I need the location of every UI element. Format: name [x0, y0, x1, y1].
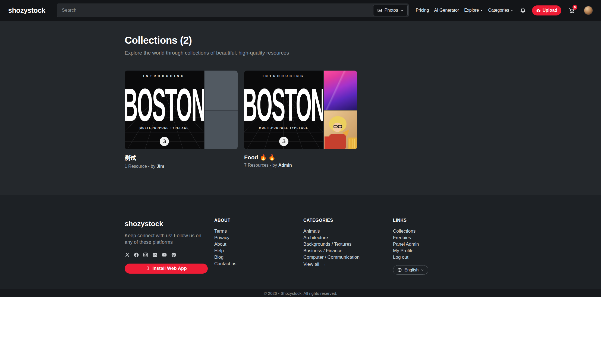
main-nav: Pricing AI Generator Explore Categories …: [416, 5, 593, 15]
footer-link-log-out[interactable]: Log out: [393, 255, 408, 260]
collection-title[interactable]: Food 🔥 🔥: [244, 154, 275, 161]
poster-word: BOSTON: [125, 82, 204, 128]
chevron-down-icon: [480, 9, 483, 12]
collection-card: INTRODUCING BOSTON MULTI-PURPOSE TYPEFAC…: [125, 71, 238, 169]
space-photo-tile: [324, 71, 357, 110]
cloud-upload-icon: [536, 8, 541, 13]
upload-label: Upload: [543, 8, 557, 13]
notifications-bell-icon[interactable]: [520, 8, 526, 13]
footer-link-contact[interactable]: Contact us: [214, 261, 236, 266]
poster-image-boston: INTRODUCING BOSTON MULTI-PURPOSE TYPEFAC…: [244, 71, 323, 149]
about-heading: ABOUT: [214, 218, 303, 223]
photo-icon: [377, 8, 382, 13]
nav-ai-generator[interactable]: AI Generator: [434, 8, 459, 13]
top-navbar: shozystock Photos Pricing AI Generator E…: [0, 0, 601, 21]
language-selector[interactable]: English: [393, 265, 428, 275]
user-avatar[interactable]: [584, 6, 593, 15]
footer-link-help[interactable]: Help: [214, 248, 224, 253]
footer-link-privacy[interactable]: Privacy: [214, 235, 229, 240]
upload-button[interactable]: Upload: [532, 5, 561, 15]
pinterest-icon[interactable]: [171, 252, 177, 258]
nav-ai-label: AI Generator: [434, 8, 459, 13]
placeholder-tile: [204, 71, 238, 110]
footer-link-animals[interactable]: Animals: [303, 229, 320, 234]
footer-link-terms[interactable]: Terms: [214, 229, 227, 234]
poster-image-boston: INTRODUCING BOSTON MULTI-PURPOSE TYPEFAC…: [125, 71, 204, 149]
placeholder-tile: [204, 110, 238, 150]
collections-grid: INTRODUCING BOSTON MULTI-PURPOSE TYPEFAC…: [125, 71, 476, 169]
footer-link-blog[interactable]: Blog: [214, 255, 224, 260]
x-twitter-icon[interactable]: [125, 252, 130, 257]
view-all-link[interactable]: View all →: [303, 262, 326, 267]
mobile-phone-icon: [146, 266, 150, 271]
cart-badge: 5: [572, 5, 577, 10]
poster-tagline: MULTI-PURPOSE TYPEFACE: [125, 126, 204, 129]
language-label: English: [404, 268, 419, 273]
main-content: Collections (2) Explore the world throug…: [0, 21, 601, 195]
collection-meta-text: 1 Resource - by: [125, 164, 155, 169]
facebook-icon[interactable]: [134, 252, 139, 258]
footer-link-backgrounds[interactable]: Backgrounds / Textures: [303, 242, 351, 247]
footer-link-business[interactable]: Business / Finance: [303, 248, 342, 253]
footer-link-my-profile[interactable]: My Profile: [393, 248, 414, 253]
chevron-down-icon: [421, 268, 424, 271]
chevron-down-icon: [511, 9, 513, 12]
collection-card-media[interactable]: INTRODUCING BOSTON MULTI-PURPOSE TYPEFAC…: [244, 71, 357, 149]
foundry-logo-icon: [279, 137, 288, 146]
media-type-label: Photos: [385, 8, 398, 13]
search-bar: Photos: [57, 4, 409, 17]
footer-link-freebies[interactable]: Freebies: [393, 235, 411, 240]
instagram-icon[interactable]: [143, 252, 148, 258]
nav-categories[interactable]: Categories: [488, 8, 513, 13]
page-subtitle: Explore the world through collections of…: [125, 50, 476, 56]
linkedin-icon[interactable]: [152, 252, 158, 258]
collection-meta: 1 Resource - byJim: [125, 164, 238, 169]
globe-icon: [397, 268, 402, 272]
nav-categories-label: Categories: [488, 8, 509, 13]
site-logo[interactable]: shozystock: [8, 6, 45, 15]
card-side-tiles: [204, 71, 238, 149]
footer-tagline: Keep connect with us! Follow us on any o…: [125, 232, 206, 246]
cart-icon[interactable]: 5: [569, 7, 575, 14]
footer: shozystock Keep connect with us! Follow …: [0, 195, 601, 289]
media-type-dropdown[interactable]: Photos: [373, 5, 408, 16]
poster-tagline: MULTI-PURPOSE TYPEFACE: [244, 126, 323, 129]
chevron-down-icon: [401, 9, 404, 12]
footer-about-column: ABOUT Terms Privacy About Help Blog Cont…: [214, 218, 303, 275]
collection-meta-text: 7 Resources - by: [244, 163, 277, 167]
install-label: Install Web App: [152, 266, 187, 271]
footer-link-computer[interactable]: Computer / Communication: [303, 255, 360, 260]
poster-intro-text: INTRODUCING: [125, 74, 204, 78]
footer-logo: shozystock: [125, 220, 214, 228]
youtube-icon[interactable]: [161, 252, 167, 258]
footer-link-collections[interactable]: Collections: [393, 229, 416, 234]
nav-pricing[interactable]: Pricing: [416, 8, 429, 13]
footer-link-about[interactable]: About: [214, 242, 226, 247]
footer-link-architecture[interactable]: Architecture: [303, 235, 328, 240]
poster-word: BOSTON: [244, 82, 323, 128]
nav-pricing-label: Pricing: [416, 8, 429, 13]
food-photo-tile: [324, 110, 357, 150]
page-title: Collections (2): [125, 35, 476, 46]
footer-links-column: LINKS Collections Freebies Panel Admin M…: [393, 218, 476, 275]
nav-explore[interactable]: Explore: [464, 8, 483, 13]
collection-title[interactable]: 测试: [125, 154, 136, 162]
arrow-right-icon: →: [322, 262, 326, 267]
copyright-bar: © 2026 - Shozystock, All rights reserved…: [0, 289, 601, 297]
collection-card: INTRODUCING BOSTON MULTI-PURPOSE TYPEFAC…: [244, 71, 357, 169]
collection-meta: 7 Resources - byAdmin: [244, 163, 357, 168]
install-web-app-button[interactable]: Install Web App: [125, 264, 208, 274]
foundry-logo-icon: [160, 137, 169, 146]
copyright-text: © 2026 - Shozystock, All rights reserved…: [264, 291, 337, 296]
collection-card-media[interactable]: INTRODUCING BOSTON MULTI-PURPOSE TYPEFAC…: [125, 71, 238, 149]
view-all-label: View all: [303, 262, 319, 267]
collection-author: Jim: [157, 164, 164, 169]
search-input[interactable]: [57, 4, 409, 17]
footer-link-panel-admin[interactable]: Panel Admin: [393, 242, 419, 247]
social-links: [125, 252, 214, 258]
links-heading: LINKS: [393, 218, 476, 223]
footer-brand-column: shozystock Keep connect with us! Follow …: [125, 218, 214, 275]
categories-heading: CATEGORIES: [303, 218, 393, 223]
card-side-tiles: [324, 71, 357, 149]
poster-intro-text: INTRODUCING: [244, 74, 323, 78]
